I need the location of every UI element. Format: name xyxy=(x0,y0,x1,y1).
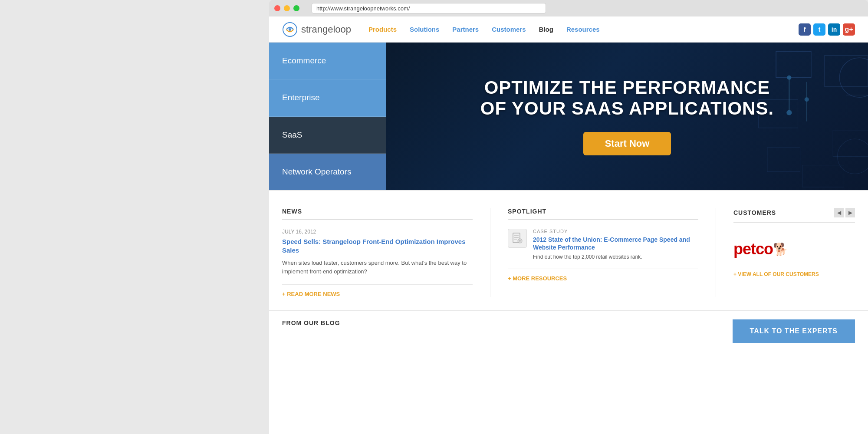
linkedin-icon[interactable]: in xyxy=(828,23,840,36)
svg-rect-4 xyxy=(846,95,868,117)
petco-mascot-icon: 🐕 xyxy=(773,242,788,256)
customers-section-title: CUSTOMERS xyxy=(733,209,776,216)
document-icon xyxy=(511,232,523,244)
petco-logo: petco 🐕 xyxy=(733,231,855,267)
svg-rect-8 xyxy=(802,165,844,187)
address-bar[interactable]: http://www.strangeloopnetworks.com/ xyxy=(312,3,546,13)
divider-2 xyxy=(716,208,716,297)
close-button[interactable] xyxy=(274,5,280,11)
news-section: NEWS JULY 16, 2012 Speed Sells: Strangel… xyxy=(282,208,473,297)
logo[interactable]: strangeloop xyxy=(282,22,351,37)
blog-section-title: FROM OUR BLOG xyxy=(282,319,340,326)
svg-point-15 xyxy=(805,97,809,102)
spotlight-section-title: SPOTLIGHT xyxy=(508,208,698,220)
svg-rect-6 xyxy=(833,130,868,157)
petco-logo-text: petco xyxy=(733,240,773,258)
sidebar-item-ecommerce[interactable]: Ecommerce xyxy=(269,43,386,79)
sidebar-item-network-operators[interactable]: Network Operators xyxy=(269,154,386,190)
news-excerpt: When sites load faster, customers spend … xyxy=(282,259,473,276)
nav-resources[interactable]: Resources xyxy=(566,26,600,33)
spotlight-section: SPOTLIGHT CASE xyxy=(508,208,698,297)
customers-prev-button[interactable]: ◀ xyxy=(834,208,844,217)
browser-window: http://www.strangeloopnetworks.com/ stra… xyxy=(269,0,868,434)
nav-links: Products Solutions Partners Customers Bl… xyxy=(368,26,799,33)
maximize-button[interactable] xyxy=(293,5,299,11)
news-article-title[interactable]: Speed Sells: Strangeloop Front-End Optim… xyxy=(282,237,473,254)
svg-rect-3 xyxy=(824,56,868,86)
case-study-label: CASE STUDY xyxy=(533,229,698,234)
nav-products[interactable]: Products xyxy=(368,26,397,33)
sidebar-item-enterprise[interactable]: Enterprise xyxy=(269,79,386,116)
news-date: JULY 16, 2012 xyxy=(282,229,473,235)
spotlight-item: CASE STUDY 2012 State of the Union: E-Co… xyxy=(508,229,698,260)
customers-next-button[interactable]: ▶ xyxy=(845,208,855,217)
svg-point-11 xyxy=(839,58,868,97)
divider-1 xyxy=(490,208,490,297)
logo-icon xyxy=(282,22,298,37)
twitter-icon[interactable]: t xyxy=(813,23,825,36)
spotlight-content: CASE STUDY 2012 State of the Union: E-Co… xyxy=(533,229,698,260)
hero-title: OPTIMIZE THE PERFORMANCE OF YOUR SaaS AP… xyxy=(480,77,774,119)
sidebar-item-saas[interactable]: SaaS xyxy=(269,117,386,154)
nav-customers[interactable]: Customers xyxy=(492,26,526,33)
svg-point-1 xyxy=(289,28,291,31)
logo-text: strangeloop xyxy=(301,24,351,35)
google-plus-icon[interactable]: g+ xyxy=(843,23,855,36)
customers-header: CUSTOMERS ◀ ▶ xyxy=(733,208,855,223)
spotlight-title[interactable]: 2012 State of the Union: E-Commerce Page… xyxy=(533,236,698,251)
website-content: strangeloop Products Solutions Partners … xyxy=(269,16,868,434)
hero-banner: OPTIMIZE THE PERFORMANCE OF YOUR SaaS AP… xyxy=(386,43,868,190)
nav-partners[interactable]: Partners xyxy=(452,26,479,33)
browser-titlebar: http://www.strangeloopnetworks.com/ xyxy=(269,0,868,16)
nav-solutions[interactable]: Solutions xyxy=(410,26,439,33)
social-icons: f t in g+ xyxy=(799,23,855,36)
start-now-button[interactable]: Start Now xyxy=(583,132,671,155)
news-section-title: NEWS xyxy=(282,208,473,220)
facebook-icon[interactable]: f xyxy=(799,23,811,36)
view-all-customers-link[interactable]: + VIEW ALL OF OUR CUSTOMERS xyxy=(733,271,855,277)
customers-nav: ◀ ▶ xyxy=(834,208,855,217)
spotlight-description: Find out how the top 2,000 retail websit… xyxy=(533,254,698,260)
minimize-button[interactable] xyxy=(284,5,290,11)
blog-section: FROM OUR BLOG TALK TO THE EXPERTS xyxy=(269,310,868,352)
spotlight-icon xyxy=(508,229,527,248)
navbar: strangeloop Products Solutions Partners … xyxy=(269,16,868,43)
url-text: http://www.strangeloopnetworks.com/ xyxy=(316,5,410,12)
read-more-news-link[interactable]: + READ MORE NEWS xyxy=(282,284,473,297)
customers-section: CUSTOMERS ◀ ▶ petco 🐕 + VIEW ALL OF OUR … xyxy=(733,208,855,297)
hero-sidebar: Ecommerce Enterprise SaaS Network Operat… xyxy=(269,43,386,190)
hero-content: OPTIMIZE THE PERFORMANCE OF YOUR SaaS AP… xyxy=(454,69,800,164)
nav-blog[interactable]: Blog xyxy=(539,26,553,33)
talk-to-experts-button[interactable]: TALK TO THE EXPERTS xyxy=(733,319,855,343)
hero-section: Ecommerce Enterprise SaaS Network Operat… xyxy=(269,43,868,190)
more-resources-link[interactable]: + MORE RESOURCES xyxy=(508,269,698,282)
content-section: NEWS JULY 16, 2012 Speed Sells: Strangel… xyxy=(269,190,868,310)
